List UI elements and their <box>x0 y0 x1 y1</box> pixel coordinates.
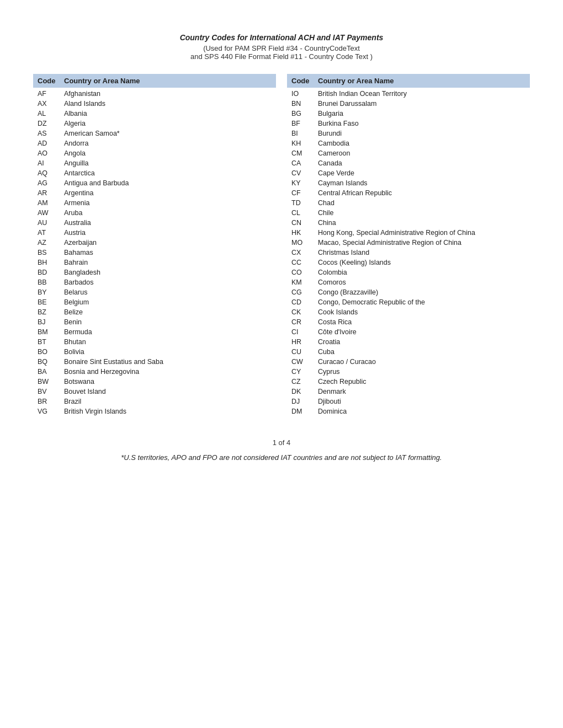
table-row: BYBelarus <box>33 287 276 297</box>
row-name: Dominica <box>318 408 525 415</box>
page: Country Codes for International ACH and … <box>0 0 563 728</box>
row-code: CY <box>291 368 318 376</box>
row-name: Chile <box>318 209 525 217</box>
row-code: AI <box>38 159 64 167</box>
table-row: CLChile <box>287 208 530 218</box>
row-code: AO <box>38 149 64 157</box>
row-name: Belarus <box>64 288 272 296</box>
row-name: Cook Islands <box>318 308 525 316</box>
row-code: AF <box>38 90 64 98</box>
row-name: Aruba <box>64 209 272 217</box>
row-name: Belize <box>64 308 272 316</box>
row-code: MO <box>291 239 318 247</box>
row-code: DJ <box>291 398 318 405</box>
row-code: CV <box>291 169 318 177</box>
row-code: BJ <box>38 318 64 326</box>
row-name: Cambodia <box>318 140 525 147</box>
table-row: IOBritish Indian Ocean Territory <box>287 89 530 99</box>
page-footer: 1 of 4 *U.S territories, APO and FPO are… <box>33 438 530 462</box>
row-code: AW <box>38 209 64 217</box>
table-row: BNBrunei Darussalam <box>287 99 530 109</box>
table-row: BJBenin <box>33 317 276 327</box>
left-column: Code Country or Area Name AFAfghanistanA… <box>33 74 276 416</box>
row-code: CK <box>291 308 318 316</box>
row-code: BS <box>38 249 64 256</box>
page-number: 1 of 4 <box>33 438 530 447</box>
row-code: BA <box>38 368 64 376</box>
row-code: CF <box>291 189 318 197</box>
row-name: Cameroon <box>318 149 525 157</box>
table-row: CCCocos (Keeling) Islands <box>287 258 530 267</box>
table-row: BWBotswana <box>33 377 276 387</box>
table-row: CFCentral African Republic <box>287 188 530 198</box>
row-code: CG <box>291 288 318 296</box>
table-row: AQAntarctica <box>33 168 276 178</box>
subtitle1: (Used for PAM SPR Field #34 - CountryCod… <box>33 44 530 52</box>
row-code: KH <box>291 140 318 147</box>
table-row: VGBritish Virgin Islands <box>33 406 276 416</box>
row-code: AS <box>38 130 64 137</box>
row-code: BD <box>38 269 64 276</box>
row-name: Macao, Special Administrative Region of … <box>318 239 525 247</box>
table-row: BQBonaire Sint Eustatius and Saba <box>33 357 276 367</box>
table-row: KMComoros <box>287 277 530 287</box>
table-row: AOAngola <box>33 148 276 158</box>
row-code: KM <box>291 279 318 286</box>
row-code: CO <box>291 269 318 276</box>
footer-note: *U.S territories, APO and FPO are not co… <box>33 453 530 462</box>
row-name: Congo (Brazzaville) <box>318 288 525 296</box>
row-code: BH <box>38 259 64 266</box>
row-code: BV <box>38 388 64 395</box>
table-row: CDCongo, Democratic Republic of the <box>287 297 530 307</box>
row-name: Anguilla <box>64 159 272 167</box>
row-code: BB <box>38 279 64 286</box>
table-row: DJDjibouti <box>287 397 530 406</box>
row-code: AD <box>38 140 64 147</box>
subtitle2: and SPS 440 File Format Field #11 - Coun… <box>33 52 530 61</box>
row-name: British Indian Ocean Territory <box>318 90 525 98</box>
page-header: Country Codes for International ACH and … <box>33 33 530 61</box>
table-row: BZBelize <box>33 307 276 317</box>
row-name: Bermuda <box>64 328 272 336</box>
left-code-header: Code <box>38 77 64 85</box>
table-row: CMCameroon <box>287 148 530 158</box>
row-code: AQ <box>38 169 64 177</box>
table-row: BIBurundi <box>287 129 530 138</box>
table-row: AZAzerbaijan <box>33 238 276 248</box>
row-name: Djibouti <box>318 398 525 405</box>
row-name: Albania <box>64 110 272 117</box>
row-code: CC <box>291 259 318 266</box>
row-name: Bosnia and Herzegovina <box>64 368 272 376</box>
row-name: Aland Islands <box>64 100 272 108</box>
row-name: Algeria <box>64 120 272 127</box>
row-code: CX <box>291 249 318 256</box>
right-column-header: Code Country or Area Name <box>287 74 530 88</box>
table-row: DZAlgeria <box>33 119 276 129</box>
table-row: AXAland Islands <box>33 99 276 109</box>
row-name: Bonaire Sint Eustatius and Saba <box>64 358 272 366</box>
row-code: AU <box>38 219 64 227</box>
right-rows: IOBritish Indian Ocean TerritoryBNBrunei… <box>287 89 530 416</box>
row-code: BG <box>291 110 318 117</box>
row-code: CI <box>291 328 318 336</box>
row-code: CU <box>291 348 318 356</box>
table-row: CICôte d'Ivoire <box>287 327 530 337</box>
row-code: TD <box>291 199 318 207</box>
table-row: AIAnguilla <box>33 158 276 168</box>
table-container: Code Country or Area Name AFAfghanistanA… <box>33 74 530 416</box>
row-name: British Virgin Islands <box>64 408 272 415</box>
row-name: Cyprus <box>318 368 525 376</box>
row-name: Canada <box>318 159 525 167</box>
row-code: DK <box>291 388 318 395</box>
table-row: CACanada <box>287 158 530 168</box>
row-name: Cocos (Keeling) Islands <box>318 259 525 266</box>
table-row: BOBolivia <box>33 347 276 357</box>
row-code: AL <box>38 110 64 117</box>
row-code: VG <box>38 408 64 415</box>
table-row: HKHong Kong, Special Administrative Regi… <box>287 228 530 238</box>
row-code: BQ <box>38 358 64 366</box>
row-code: DZ <box>38 120 64 127</box>
row-name: Bahamas <box>64 249 272 256</box>
table-row: BFBurkina Faso <box>287 119 530 129</box>
row-name: Curacao / Curacao <box>318 358 525 366</box>
